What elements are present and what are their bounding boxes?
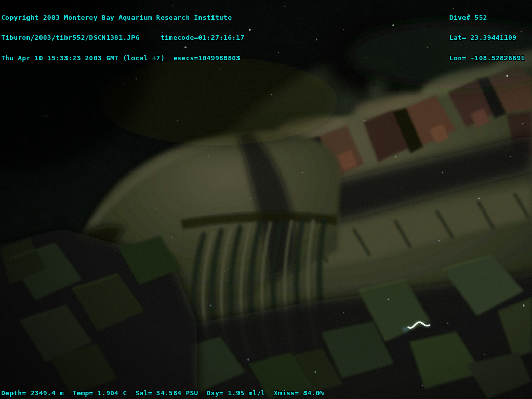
hud-dive-number: Dive# 552	[449, 14, 525, 21]
hud-top-left: Copyright 2003 Monterey Bay Aquarium Res…	[1, 1, 244, 75]
hud-copyright-line: Copyright 2003 Monterey Bay Aquarium Res…	[1, 14, 244, 21]
hud-datetime-esecs-line: Thu Apr 10 15:33:23 2003 GMT (local +7) …	[1, 55, 244, 61]
hud-latitude: Lat= 23.39441109	[449, 34, 525, 41]
rov-video-frame: Copyright 2003 Monterey Bay Aquarium Res…	[0, 0, 532, 399]
hud-bottom-telemetry: Depth= 2349.4 m Temp= 1.904 C Sal= 34.58…	[1, 390, 324, 396]
hud-longitude: Lon= -108.52826691	[449, 55, 525, 61]
hud-top-right: Dive# 552 Lat= 23.39441109 Lon= -108.528…	[449, 1, 525, 75]
hud-filepath-timecode-line: Tiburon/2003/tibr552/DSCN1381.JPG timeco…	[1, 34, 244, 41]
